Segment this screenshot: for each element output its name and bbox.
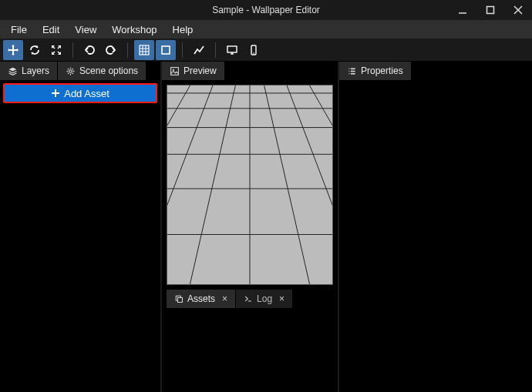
- properties-panel-content: [339, 80, 532, 392]
- svg-point-19: [173, 69, 174, 70]
- left-tab-strip: Layers Scene options: [0, 62, 160, 80]
- gear-icon: [66, 66, 76, 76]
- tab-log-label: Log: [257, 293, 272, 304]
- menu-file[interactable]: File: [3, 20, 35, 39]
- close-icon[interactable]: ×: [279, 293, 285, 304]
- menu-view[interactable]: View: [67, 20, 104, 39]
- right-panel: Properties: [339, 62, 532, 392]
- menu-edit[interactable]: Edit: [35, 20, 67, 39]
- tab-assets-label: Assets: [187, 293, 215, 304]
- toolbar: [0, 39, 532, 62]
- toolbar-separator: [215, 42, 216, 58]
- grid-floor: [167, 85, 332, 284]
- tab-scene-options[interactable]: Scene options: [58, 62, 146, 80]
- add-asset-wrap: Add Asset: [0, 80, 160, 106]
- toolbar-separator: [182, 42, 183, 58]
- move-tool-button[interactable]: [3, 40, 23, 60]
- titlebar: Sample - Wallpaper Editor: [0, 0, 532, 20]
- add-asset-button[interactable]: Add Asset: [3, 83, 157, 103]
- redo-button[interactable]: [101, 40, 121, 60]
- toolbar-separator: [127, 42, 128, 58]
- close-button[interactable]: [504, 0, 532, 20]
- tab-log[interactable]: Log ×: [236, 290, 293, 308]
- stats-tool-button[interactable]: [189, 40, 209, 60]
- terminal-icon: [244, 294, 253, 303]
- desktop-preview-button[interactable]: [222, 40, 242, 60]
- tab-scene-options-label: Scene options: [79, 65, 138, 76]
- expand-tool-button[interactable]: [46, 40, 66, 60]
- tab-preview-label: Preview: [184, 65, 217, 76]
- menu-help[interactable]: Help: [165, 20, 201, 39]
- tab-preview[interactable]: Preview: [162, 62, 225, 80]
- tab-properties-label: Properties: [361, 65, 403, 76]
- window-controls: [449, 0, 532, 20]
- svg-point-14: [253, 52, 254, 54]
- menu-workshop[interactable]: Workshop: [104, 20, 164, 39]
- preview-viewport[interactable]: [167, 85, 333, 285]
- preview-area: Assets × Log ×: [162, 80, 338, 392]
- tab-assets[interactable]: Assets ×: [167, 290, 236, 308]
- image-icon: [170, 66, 180, 76]
- left-panel: Layers Scene options Add Asset: [0, 62, 162, 392]
- layers-icon: [8, 66, 18, 76]
- plus-icon: [51, 89, 60, 98]
- maximize-button[interactable]: [476, 0, 504, 20]
- middle-panel: Preview: [162, 62, 339, 392]
- assets-panel-content: [167, 308, 333, 387]
- menubar: File Edit View Workshop Help: [0, 20, 532, 39]
- svg-rect-35: [178, 298, 183, 303]
- refresh-tool-button[interactable]: [25, 40, 45, 60]
- preview-tab-strip: Preview: [162, 62, 338, 80]
- grid-tool-button[interactable]: [134, 40, 154, 60]
- svg-rect-4: [140, 45, 149, 55]
- minimize-button[interactable]: [449, 0, 476, 20]
- right-tab-strip: Properties: [339, 62, 532, 80]
- svg-rect-1: [487, 7, 494, 14]
- tab-layers[interactable]: Layers: [0, 62, 58, 80]
- copy-icon: [174, 294, 184, 303]
- mobile-preview-button[interactable]: [244, 40, 264, 60]
- tab-properties[interactable]: Properties: [339, 62, 412, 80]
- svg-rect-18: [171, 67, 179, 75]
- add-asset-label: Add Asset: [64, 88, 109, 99]
- undo-button[interactable]: [79, 40, 99, 60]
- list-icon: [347, 66, 357, 76]
- svg-rect-10: [227, 46, 237, 52]
- svg-rect-9: [162, 46, 170, 54]
- main-body: Layers Scene options Add Asset Preview: [0, 62, 532, 392]
- toolbar-separator: [72, 42, 73, 58]
- bounds-tool-button[interactable]: [156, 40, 176, 60]
- close-icon[interactable]: ×: [222, 293, 227, 304]
- svg-point-15: [69, 69, 72, 72]
- bottom-tab-strip: Assets × Log ×: [167, 290, 333, 308]
- tab-layers-label: Layers: [22, 65, 49, 76]
